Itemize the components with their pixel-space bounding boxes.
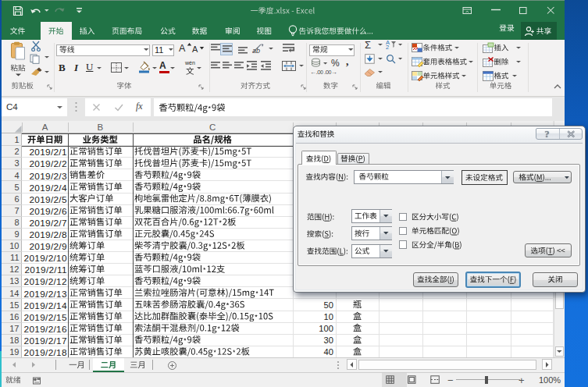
svg-text:ab: ab — [252, 47, 260, 55]
svg-text:2: 2 — [386, 44, 389, 51]
